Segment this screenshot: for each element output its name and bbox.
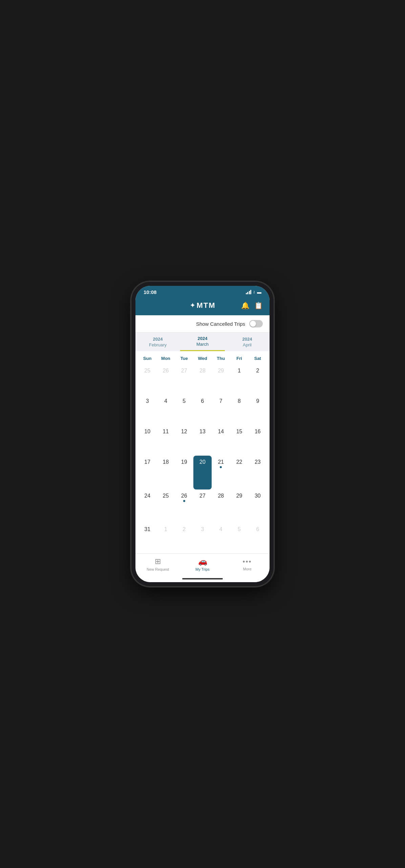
cal-day-33[interactable]: 29 — [230, 489, 248, 523]
cal-day-24[interactable]: 20 — [193, 456, 212, 489]
day-num: 13 — [199, 429, 206, 435]
cal-day-14[interactable]: 10 — [138, 425, 156, 456]
day-num: 23 — [255, 459, 261, 465]
new-request-icon: ⊞ — [155, 557, 161, 566]
day-num: 18 — [163, 459, 169, 465]
day-num: 21 — [218, 459, 224, 465]
signal-bars-icon — [246, 290, 252, 294]
event-dot — [220, 466, 222, 468]
cal-day-20[interactable]: 16 — [249, 425, 267, 456]
day-sun: Sun — [138, 355, 156, 362]
cal-day-13[interactable]: 9 — [249, 395, 267, 425]
day-num: 3 — [146, 398, 149, 404]
event-dot — [183, 500, 185, 502]
day-num: 1 — [164, 526, 167, 532]
cal-day-18[interactable]: 14 — [212, 425, 230, 456]
february-name: February — [135, 342, 180, 347]
day-num: 26 — [181, 493, 187, 499]
cal-day-40[interactable]: 5 — [230, 523, 248, 553]
app-logo: ✦ MTM — [189, 301, 215, 310]
day-num: 24 — [144, 493, 150, 499]
phone-screen: 10:08 ≀ ▬ ✦ MTM 🔔 📋 — [135, 286, 270, 582]
cal-day-41[interactable]: 6 — [249, 523, 267, 553]
header-actions: 🔔 📋 — [241, 301, 263, 310]
cal-day-7[interactable]: 3 — [138, 395, 156, 425]
wifi-icon: ≀ — [253, 290, 255, 295]
day-mon: Mon — [156, 355, 175, 362]
cal-day-32[interactable]: 28 — [212, 489, 230, 523]
day-num: 27 — [181, 368, 187, 374]
cal-day-30[interactable]: 26 — [175, 489, 193, 523]
more-icon: ••• — [242, 558, 252, 566]
day-num: 4 — [164, 398, 167, 404]
cal-day-27[interactable]: 23 — [249, 456, 267, 489]
month-april[interactable]: 2024 April — [225, 337, 270, 351]
status-time: 10:08 — [144, 289, 156, 295]
new-request-label: New Request — [147, 567, 169, 571]
calendar-container: Sun Mon Tue Wed Thu Fri Sat 252627282912… — [135, 351, 270, 553]
logo-text: MTM — [196, 301, 215, 310]
day-num: 30 — [255, 493, 261, 499]
app-header: ✦ MTM 🔔 📋 — [135, 297, 270, 315]
cal-day-5[interactable]: 1 — [230, 364, 248, 395]
cal-day-38[interactable]: 3 — [193, 523, 212, 553]
month-march[interactable]: 2024 March — [180, 336, 225, 351]
day-num: 28 — [199, 368, 206, 374]
cal-day-29[interactable]: 25 — [156, 489, 175, 523]
cal-day-39[interactable]: 4 — [212, 523, 230, 553]
cancelled-trips-toggle[interactable] — [249, 320, 263, 327]
cal-day-35[interactable]: 31 — [138, 523, 156, 553]
cal-day-10[interactable]: 6 — [193, 395, 212, 425]
cal-day-26[interactable]: 22 — [230, 456, 248, 489]
april-year: 2024 — [225, 337, 270, 342]
status-icons: ≀ ▬ — [246, 290, 262, 295]
calendar-icon[interactable]: 📋 — [254, 301, 263, 310]
cancelled-trips-label: Show Cancelled Trips — [196, 321, 245, 327]
cal-day-15[interactable]: 11 — [156, 425, 175, 456]
cal-day-17[interactable]: 13 — [193, 425, 212, 456]
month-selector: 2024 February 2024 March 2024 April — [135, 333, 270, 351]
home-indicator — [135, 577, 270, 582]
cal-day-25[interactable]: 21 — [212, 456, 230, 489]
nav-new-request[interactable]: ⊞ New Request — [135, 557, 180, 571]
nav-more[interactable]: ••• More — [225, 558, 270, 571]
cal-day-8[interactable]: 4 — [156, 395, 175, 425]
cal-day-36[interactable]: 1 — [156, 523, 175, 553]
cal-day-6[interactable]: 2 — [249, 364, 267, 395]
bell-icon[interactable]: 🔔 — [241, 301, 250, 310]
cal-day-22[interactable]: 18 — [156, 456, 175, 489]
cancelled-trips-row: Show Cancelled Trips — [135, 315, 270, 333]
cal-day-2[interactable]: 27 — [175, 364, 193, 395]
my-trips-label: My Trips — [195, 567, 210, 571]
day-thu: Thu — [212, 355, 230, 362]
calendar-header: Sun Mon Tue Wed Thu Fri Sat — [135, 351, 270, 364]
day-num: 29 — [236, 493, 242, 499]
cal-day-3[interactable]: 28 — [193, 364, 212, 395]
cal-day-21[interactable]: 17 — [138, 456, 156, 489]
day-num: 7 — [219, 398, 222, 404]
cal-day-9[interactable]: 5 — [175, 395, 193, 425]
cal-day-0[interactable]: 25 — [138, 364, 156, 395]
cal-day-34[interactable]: 30 — [249, 489, 267, 523]
month-february[interactable]: 2024 February — [135, 337, 180, 351]
cal-day-12[interactable]: 8 — [230, 395, 248, 425]
nav-my-trips[interactable]: 🚗 My Trips — [180, 557, 225, 571]
cal-day-19[interactable]: 15 — [230, 425, 248, 456]
february-year: 2024 — [135, 337, 180, 342]
my-trips-icon: 🚗 — [198, 557, 207, 566]
cal-day-16[interactable]: 12 — [175, 425, 193, 456]
cal-day-4[interactable]: 29 — [212, 364, 230, 395]
cal-day-37[interactable]: 2 — [175, 523, 193, 553]
day-num: 22 — [236, 459, 242, 465]
day-tue: Tue — [175, 355, 193, 362]
day-num: 8 — [238, 398, 241, 404]
day-num: 20 — [199, 459, 206, 465]
cal-day-31[interactable]: 27 — [193, 489, 212, 523]
cal-day-28[interactable]: 24 — [138, 489, 156, 523]
cal-day-11[interactable]: 7 — [212, 395, 230, 425]
march-year: 2024 — [180, 336, 225, 341]
day-sat: Sat — [249, 355, 267, 362]
cal-day-1[interactable]: 26 — [156, 364, 175, 395]
cal-day-23[interactable]: 19 — [175, 456, 193, 489]
day-num: 25 — [144, 368, 150, 374]
